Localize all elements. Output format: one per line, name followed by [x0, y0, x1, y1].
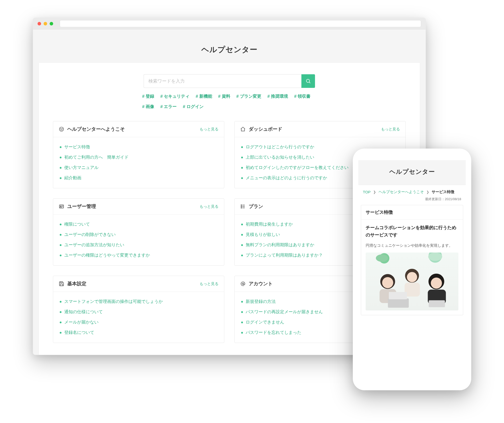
article-link[interactable]: プランによって利用期限はありますか？ — [246, 253, 323, 258]
article-link[interactable]: 無料プランの利用期限はありますか — [246, 242, 314, 247]
svg-point-9 — [241, 205, 242, 205]
svg-rect-31 — [389, 292, 407, 299]
list-item: ユーザーの追加方法が知りたい — [56, 240, 222, 250]
list-icon — [240, 204, 246, 209]
more-link[interactable]: もっと見る — [200, 281, 218, 286]
card-title: プラン — [249, 203, 263, 210]
mobile-article: サービス特徴 チームコラボレーションを効果的に行うためのサービスです 円滑なコミ… — [361, 205, 463, 315]
article-link[interactable]: パスワードを忘れてしまった — [246, 330, 301, 335]
breadcrumb-top[interactable]: TOP — [363, 190, 371, 194]
breadcrumb-category[interactable]: ヘルプセンターへようこそ — [379, 190, 424, 194]
more-link[interactable]: もっと見る — [200, 204, 218, 209]
svg-point-4 — [62, 128, 62, 129]
tag-link[interactable]: # 資料 — [218, 93, 230, 99]
article-body: 円滑なコミュニケーションや効率化を実現します。 — [366, 242, 458, 249]
svg-line-1 — [309, 82, 310, 83]
svg-point-17 — [242, 283, 244, 285]
window-close-icon[interactable] — [38, 22, 41, 25]
article-link[interactable]: ログインできません — [246, 320, 284, 325]
article-illustration — [366, 253, 458, 310]
card-title: 基本設定 — [67, 280, 86, 287]
svg-rect-32 — [429, 300, 445, 307]
article-link[interactable]: ユーザーの追加方法が知りたい — [64, 242, 124, 247]
list-item: サービス特徴 — [56, 142, 222, 152]
article-link[interactable]: 登録名について — [64, 330, 94, 335]
article-link[interactable]: メールが届かない — [64, 320, 99, 325]
list-item: 初めてご利用の方へ 簡単ガイド — [56, 152, 222, 162]
updated-date: 最終更新日：2021/08/18 — [358, 196, 466, 205]
list-item: 通知の仕様について — [56, 307, 222, 317]
at-icon — [240, 281, 246, 287]
breadcrumb-current: サービス特徴 — [432, 190, 454, 194]
svg-rect-30 — [388, 298, 409, 308]
article-heading: チームコラボレーションを効果的に行うためのサービスです — [366, 224, 458, 239]
url-bar[interactable] — [60, 20, 421, 27]
article-link[interactable]: メニューの表示はどのように行うのですか — [246, 175, 327, 180]
card-header: 基本設定 もっと見る — [53, 276, 224, 292]
hero: ヘルプセンター — [33, 29, 426, 62]
article-link[interactable]: 初期費用は発生しますか — [246, 222, 293, 227]
card-title: ダッシュボード — [249, 126, 282, 132]
card-title: ヘルプセンターへようこそ — [67, 126, 125, 132]
article-link[interactable]: 見積もりが欲しい — [246, 232, 280, 237]
tag-link[interactable]: # エラー — [160, 104, 177, 110]
list-item: ユーザーの削除ができない — [56, 229, 222, 240]
article-link[interactable]: 紹介動画 — [64, 175, 81, 180]
tag-link[interactable]: # 画像 — [142, 104, 154, 110]
tag-link[interactable]: # プラン変更 — [236, 93, 261, 99]
article-link[interactable]: パスワードの再設定メールが届きません — [246, 309, 323, 314]
article-link[interactable]: スマートフォンで管理画面の操作は可能でしょうか — [64, 299, 163, 304]
article-link[interactable]: ユーザーの権限はどうやって変更できますか — [64, 253, 150, 258]
chevron-right-icon: ❯ — [373, 190, 376, 194]
card-header: ヘルプセンターへようこそ もっと見る — [53, 121, 224, 137]
article-link[interactable]: 使い方マニュアル — [64, 165, 99, 170]
svg-rect-15 — [60, 282, 62, 283]
search-icon — [305, 78, 311, 84]
svg-point-22 — [382, 277, 393, 288]
card-welcome: ヘルプセンターへようこそ もっと見る サービス特徴 初めてご利用の方へ 簡単ガイ… — [53, 121, 224, 188]
list-item: メールが届かない — [56, 317, 222, 327]
tag-list: # 登録 # セキュリティ # 新機能 # 資料 # プラン変更 # 推奨環境 … — [141, 93, 318, 110]
card-users: ユーザー管理 もっと見る 権限について ユーザーの削除ができない ユーザーの追加… — [53, 198, 224, 266]
svg-point-25 — [407, 272, 417, 282]
mobile-screen: ヘルプセンター TOP ❯ ヘルプセンターへようこそ ❯ サービス特徴 最終更新… — [358, 160, 466, 379]
search-input[interactable] — [144, 74, 301, 88]
article-link[interactable]: 初めてログインしたのですがフローを教えてください — [246, 165, 349, 170]
card-title: ユーザー管理 — [67, 203, 96, 210]
list-item: 使い方マニュアル — [56, 162, 222, 173]
window-minimize-icon[interactable] — [44, 22, 47, 25]
svg-point-19 — [376, 254, 388, 262]
article-link[interactable]: 通知の仕様について — [64, 309, 103, 314]
svg-point-6 — [60, 206, 61, 207]
more-link[interactable]: もっと見る — [200, 127, 218, 132]
article-link[interactable]: ログアウトはどこから行うのですか — [246, 145, 314, 149]
search-wrap — [144, 74, 315, 88]
window-zoom-icon[interactable] — [50, 22, 53, 25]
save-icon — [59, 281, 64, 287]
more-link[interactable]: もっと見る — [381, 127, 400, 132]
tag-link[interactable]: # 新機能 — [196, 93, 212, 99]
svg-point-2 — [59, 127, 64, 131]
tag-link[interactable]: # ログイン — [183, 104, 203, 110]
search-button[interactable] — [301, 74, 315, 88]
article-title: サービス特徴 — [361, 205, 463, 220]
window-titlebar — [33, 18, 426, 29]
svg-point-20 — [428, 253, 442, 261]
tag-link[interactable]: # セキュリティ — [160, 93, 190, 99]
tag-link[interactable]: # 登録 — [142, 93, 154, 99]
card-header: ダッシュボード もっと見る — [235, 121, 405, 137]
smile-icon — [59, 126, 64, 132]
article-link[interactable]: 新規登録の方法 — [246, 299, 276, 304]
article-link[interactable]: サービス特徴 — [64, 145, 90, 149]
mobile-hero: ヘルプセンター — [358, 160, 466, 185]
people-illustration-icon — [366, 253, 458, 310]
tag-link[interactable]: # 領収書 — [294, 93, 310, 99]
tag-link[interactable]: # 推奨環境 — [267, 93, 288, 99]
article-link[interactable]: 初めてご利用の方へ 簡単ガイド — [64, 155, 129, 160]
svg-point-11 — [241, 206, 242, 207]
article-link[interactable]: 上部に出ているお知らせを消したい — [246, 155, 314, 160]
card-settings: 基本設定 もっと見る スマートフォンで管理画面の操作は可能でしょうか 通知の仕様… — [53, 276, 224, 343]
article-link[interactable]: 権限について — [64, 222, 90, 227]
svg-point-3 — [60, 128, 61, 129]
article-link[interactable]: ユーザーの削除ができない — [64, 232, 116, 237]
